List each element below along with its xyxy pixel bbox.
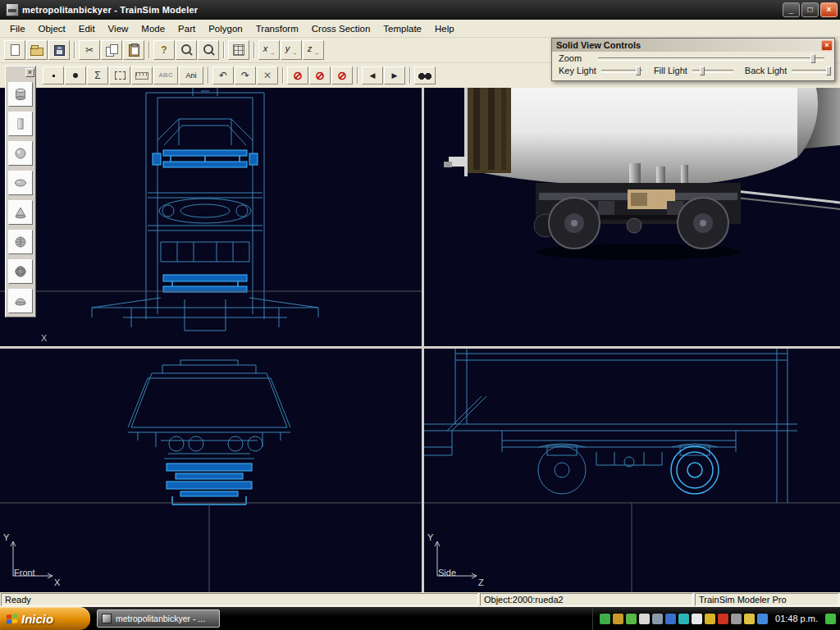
fill-light-slider[interactable] xyxy=(692,66,733,75)
tray-icon[interactable] xyxy=(718,614,728,624)
save-button[interactable] xyxy=(48,40,70,60)
axis-x-button[interactable]: x xyxy=(258,40,280,60)
tray-icon[interactable] xyxy=(825,614,836,624)
minimize-button[interactable]: _ xyxy=(783,2,800,17)
magnifier-icon xyxy=(203,44,215,57)
find-button[interactable] xyxy=(414,66,436,84)
taskbar-clock[interactable]: 01:48 p.m. xyxy=(775,614,818,623)
palette-close-button[interactable]: × xyxy=(25,68,34,77)
sigma-button[interactable]: Σ xyxy=(87,66,108,84)
paste-clipboard-icon xyxy=(129,44,139,57)
zoom-slider[interactable] xyxy=(598,54,824,63)
zoom-out-button[interactable] xyxy=(198,40,219,60)
animation-button[interactable]: Ani xyxy=(179,66,203,84)
menu-mode[interactable]: Mode xyxy=(135,21,171,36)
menu-part[interactable]: Part xyxy=(171,21,202,36)
abc-button[interactable]: ABC xyxy=(153,66,178,84)
axis-z-button[interactable]: z xyxy=(303,40,324,60)
viewport-3d[interactable] xyxy=(424,88,840,346)
tray-icon[interactable] xyxy=(626,614,637,624)
tray-icon[interactable] xyxy=(652,614,663,624)
palette-box-button[interactable] xyxy=(8,112,33,136)
key-light-slider[interactable] xyxy=(601,66,642,75)
dialog-titlebar[interactable]: Solid View Controls × xyxy=(552,39,834,52)
redo-button[interactable]: ↷ xyxy=(235,66,256,84)
tray-icon[interactable] xyxy=(692,614,702,624)
tray-icon[interactable] xyxy=(613,614,623,624)
viewport-front[interactable]: Y Front X xyxy=(0,349,422,592)
grid-button[interactable] xyxy=(228,40,249,60)
palette-globe-button[interactable] xyxy=(8,259,33,284)
palette-header: × xyxy=(6,66,35,77)
lock-x-button[interactable]: ⊘ xyxy=(287,66,308,84)
cut-button[interactable]: ✂ xyxy=(79,40,100,60)
fill-light-slider-thumb[interactable] xyxy=(700,66,705,75)
front-axis-indicator: Y Front X xyxy=(3,535,67,587)
tray-icon[interactable] xyxy=(678,614,689,624)
marquee-select-button[interactable] xyxy=(109,66,130,84)
solid-render-view xyxy=(424,88,840,346)
palette-cylinder-button[interactable] xyxy=(8,82,33,107)
task-app-icon xyxy=(102,614,112,623)
menubar: File Object Edit View Mode Part Polygon … xyxy=(0,20,840,38)
binoculars-icon xyxy=(418,71,431,80)
axis-y-button[interactable]: y xyxy=(281,40,302,60)
viewport-side[interactable]: Y Side Z xyxy=(424,349,840,592)
copy-button[interactable] xyxy=(101,40,122,60)
trainsim-modeler-window: metropolitanbickyer - TrainSim Modeler _… xyxy=(0,0,840,630)
tray-icon[interactable] xyxy=(705,614,715,624)
palette-ellipsoid-button[interactable] xyxy=(8,171,33,195)
palette-hemisphere-button[interactable] xyxy=(8,289,33,313)
dialog-close-button[interactable]: × xyxy=(821,40,833,51)
menu-template[interactable]: Template xyxy=(377,21,428,36)
paste-button[interactable] xyxy=(123,40,144,60)
viewport-top[interactable]: X xyxy=(0,88,422,346)
x-axis-icon: x xyxy=(263,43,276,56)
menu-view[interactable]: View xyxy=(102,21,135,36)
new-document-icon xyxy=(11,44,20,56)
menu-transform[interactable]: Transform xyxy=(249,21,305,36)
back-light-slider[interactable] xyxy=(792,66,828,75)
menu-object[interactable]: Object xyxy=(32,21,72,36)
menu-cross-section[interactable]: Cross Section xyxy=(305,21,377,36)
menu-file[interactable]: File xyxy=(3,21,32,36)
palette-cone-button[interactable] xyxy=(8,200,33,225)
help-button[interactable]: ? xyxy=(153,40,175,60)
point-large-button[interactable] xyxy=(65,66,86,84)
start-button[interactable]: Inicio xyxy=(0,607,90,630)
tray-icon[interactable] xyxy=(757,614,768,624)
tray-icon[interactable] xyxy=(639,614,650,624)
palette-geosphere-button[interactable] xyxy=(8,230,33,254)
new-button[interactable] xyxy=(4,40,25,60)
lock-z-button[interactable]: ⊘ xyxy=(331,66,353,84)
tray-icon[interactable] xyxy=(600,614,610,624)
solid-view-controls-dialog: Solid View Controls × Zoom Key Light Fil… xyxy=(551,38,835,81)
menu-edit[interactable]: Edit xyxy=(72,21,102,36)
menu-polygon[interactable]: Polygon xyxy=(202,21,249,36)
maximize-button[interactable]: □ xyxy=(801,2,819,17)
delete-button[interactable]: ✕ xyxy=(257,66,278,84)
prev-part-button[interactable]: ◀ xyxy=(362,66,383,84)
measure-button[interactable] xyxy=(131,66,153,84)
key-light-slider-thumb[interactable] xyxy=(636,66,641,75)
palette-sphere-button[interactable] xyxy=(8,141,33,166)
tray-icon[interactable] xyxy=(731,614,742,624)
tray-icon[interactable] xyxy=(744,614,755,624)
axis-x-label: X xyxy=(41,333,47,343)
lock-y-button[interactable]: ⊘ xyxy=(309,66,331,84)
tray-icon[interactable] xyxy=(665,614,676,624)
no-entry-icon: ⊘ xyxy=(293,70,303,81)
close-button[interactable]: × xyxy=(820,2,838,17)
menu-help[interactable]: Help xyxy=(428,21,461,36)
taskbar-task-button[interactable]: metropolitanbickyer - ... xyxy=(97,609,220,628)
point-small-button[interactable] xyxy=(43,66,64,84)
zoom-in-button[interactable] xyxy=(176,40,197,60)
undo-button[interactable]: ↶ xyxy=(212,66,234,84)
magnifier-icon xyxy=(180,44,193,57)
next-part-button[interactable]: ▶ xyxy=(384,66,405,84)
zoom-slider-thumb[interactable] xyxy=(810,54,815,63)
windows-logo-icon xyxy=(7,614,17,623)
back-light-slider-thumb[interactable] xyxy=(826,66,831,75)
open-button[interactable] xyxy=(26,40,48,60)
system-tray: 01:48 p.m. xyxy=(592,607,840,630)
